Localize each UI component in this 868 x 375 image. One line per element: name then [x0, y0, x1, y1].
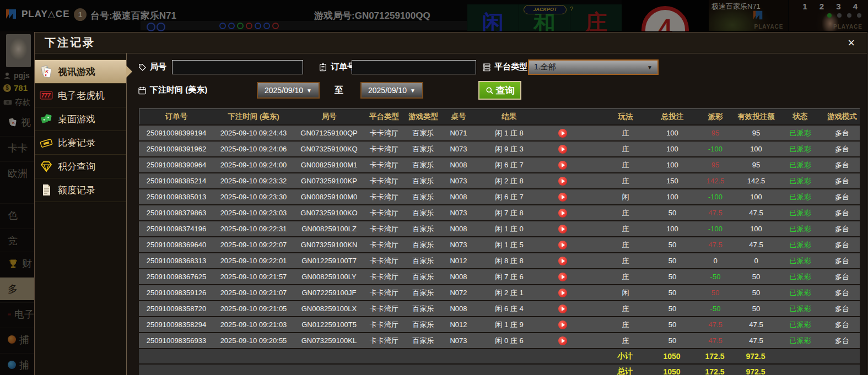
cell-play: 庄: [601, 142, 650, 156]
round-input[interactable]: [172, 60, 303, 74]
cell-round: GN012259100T7: [294, 253, 364, 268]
replay-button[interactable]: [558, 273, 567, 281]
cell-total-bet: 50: [650, 269, 695, 284]
tag-icon: [138, 63, 147, 72]
cell-play: 闲: [601, 285, 650, 300]
subtotal-total-bet: 1050: [649, 349, 694, 363]
cell-valid-bet: 100: [736, 142, 777, 156]
cell-result: 闲 2 庄 1: [475, 285, 601, 300]
col-result: 结果: [475, 109, 601, 124]
cell-mode: 多台: [824, 157, 860, 172]
cell-valid-bet: 47.5: [736, 333, 777, 348]
menu-item-points-query[interactable]: 积分查询: [35, 155, 126, 178]
search-icon: [486, 86, 494, 95]
status-badge: 已派彩: [777, 285, 824, 300]
cell-mode: 多台: [824, 205, 860, 220]
cell-order-id: 250910098368313: [139, 253, 213, 268]
bet-time-filter-text: 下注时间 (美东): [150, 85, 207, 95]
table-row: 250910098358294 2025-09-10 09:21:03 GN01…: [139, 317, 860, 332]
cell-table: N012: [443, 317, 475, 332]
replay-button[interactable]: [558, 320, 567, 329]
replay-button[interactable]: [558, 257, 567, 265]
cell-platform: 卡卡湾厅: [364, 221, 404, 236]
cell-table: N008: [443, 269, 475, 284]
cell-order-id: 250910098390964: [139, 157, 213, 172]
cell-game-type: 百家乐: [404, 317, 443, 332]
cell-table: N012: [443, 253, 475, 268]
replay-button[interactable]: [558, 241, 567, 249]
cell-game-type: 百家乐: [404, 269, 443, 284]
cell-valid-bet: 47.5: [736, 205, 777, 220]
menu-item-match-records[interactable]: 比赛记录: [35, 131, 126, 155]
cell-game-type: 百家乐: [404, 189, 443, 204]
cell-mode: 多台: [824, 173, 860, 188]
cell-platform: 卡卡湾厅: [364, 189, 404, 204]
status-badge: 已派彩: [777, 317, 824, 332]
status-badge: 已派彩: [777, 269, 824, 284]
table-row: 250910098374196 2025-09-10 09:22:31 GN00…: [139, 221, 860, 236]
screen: PLAY△CE 1 台号:极速百家乐N71 游戏局号:GN071259100QQ…: [0, 0, 868, 375]
payout-cell: -50: [695, 301, 736, 316]
cell-total-bet: 50: [650, 301, 695, 316]
platform-select[interactable]: 1.全部 ▼: [528, 59, 659, 75]
cell-round: GN073259100KL: [294, 333, 364, 348]
cell-game-type: 百家乐: [404, 301, 443, 316]
cell-result: 闲 7 庄 6: [475, 269, 601, 284]
cell-total-bet: 50: [650, 253, 695, 268]
replay-button[interactable]: [558, 177, 567, 186]
replay-button[interactable]: [558, 129, 567, 138]
cell-mode: 多台: [824, 269, 860, 284]
cell-round: GN071259100QP: [294, 126, 364, 140]
replay-button[interactable]: [558, 305, 567, 313]
cell-mode: 多台: [824, 189, 860, 204]
modal-titlebar: 下注记录 ×: [35, 32, 867, 53]
cell-total-bet: 100: [650, 157, 695, 172]
cell-table: N073: [443, 205, 475, 220]
cell-order-id: 250910098385214: [139, 173, 213, 188]
date-from-select[interactable]: 2025/09/10 ▼: [257, 82, 320, 99]
cell-total-bet: 50: [650, 333, 695, 348]
date-to-select[interactable]: 2025/09/10 ▼: [360, 82, 423, 99]
modal-main: 局号 订单号: [127, 53, 867, 375]
replay-button[interactable]: [558, 209, 567, 218]
cell-round: GN008259100M0: [294, 189, 364, 204]
cell-valid-bet: 47.5: [736, 237, 777, 252]
table-row: 250910098367625 2025-09-10 09:21:57 GN00…: [139, 269, 860, 284]
cell-result: 闲 8 庄 8: [475, 253, 601, 268]
close-icon[interactable]: ×: [848, 37, 855, 49]
col-platform: 平台类型: [364, 109, 404, 124]
replay-button[interactable]: [558, 145, 567, 154]
cell-bet-time: 2025-09-10 09:21:05: [213, 301, 294, 316]
menu-item-label: 电子老虎机: [58, 89, 105, 102]
cell-valid-bet: 95: [736, 157, 777, 172]
replay-button[interactable]: [558, 289, 567, 297]
menu-item-label: 视讯游戏: [58, 66, 95, 78]
order-input[interactable]: [352, 60, 476, 74]
replay-button[interactable]: [558, 225, 567, 233]
cell-mode: 多台: [824, 317, 860, 332]
cell-order-id: 250910098391962: [139, 142, 213, 156]
menu-item-quota-records[interactable]: 额度记录: [35, 178, 126, 202]
total-row: 总计 1050 172.5 972.5: [139, 365, 860, 375]
replay-button[interactable]: [558, 193, 567, 202]
cell-game-type: 百家乐: [404, 126, 443, 140]
cell-platform: 卡卡湾厅: [364, 301, 404, 316]
cell-order-id: 250910098358720: [139, 301, 213, 316]
menu-item-label: 比赛记录: [58, 137, 95, 149]
menu-item-slots[interactable]: 777 电子老虎机: [35, 84, 126, 107]
cell-round: GN073259100KP: [294, 173, 364, 188]
menu-item-video-games[interactable]: 9 K ♥ 视讯游戏: [35, 59, 126, 84]
order-filter-label: 订单号: [319, 62, 355, 72]
cell-order-id: 250910098374196: [139, 221, 213, 236]
cell-valid-bet: 47.5: [736, 317, 777, 332]
replay-button[interactable]: [558, 336, 567, 345]
cell-platform: 卡卡湾厅: [364, 157, 404, 172]
cell-table: N073: [443, 333, 475, 348]
col-valid-bet: 有效投注额: [736, 109, 777, 124]
menu-item-table-games[interactable]: 桌面游戏: [35, 107, 126, 131]
replay-button[interactable]: [558, 161, 567, 170]
cell-total-bet: 150: [650, 173, 695, 188]
search-button[interactable]: 查询: [478, 81, 521, 100]
cell-round: GN073259100KN: [294, 237, 364, 252]
payout-cell: 47.5: [695, 237, 736, 252]
